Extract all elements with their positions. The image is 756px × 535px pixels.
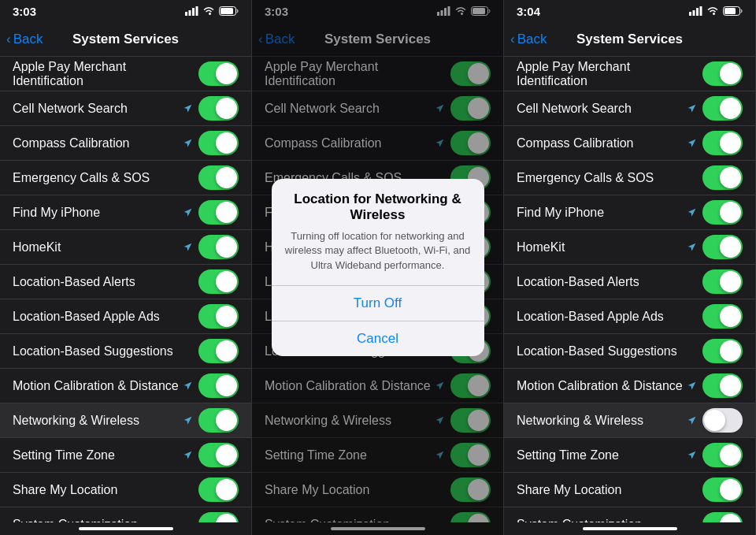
item-label: Setting Time Zone bbox=[13, 448, 181, 463]
list-item[interactable]: Location-Based Suggestions bbox=[0, 334, 251, 369]
svg-rect-15 bbox=[700, 6, 702, 16]
svg-rect-1 bbox=[189, 10, 191, 16]
list-item[interactable]: Networking & Wireless bbox=[504, 403, 755, 438]
svg-rect-0 bbox=[185, 12, 187, 16]
toggle-switch[interactable] bbox=[702, 235, 743, 259]
list-item[interactable]: Find My iPhone bbox=[0, 195, 251, 230]
toggle-switch[interactable] bbox=[198, 443, 239, 467]
item-controls bbox=[685, 373, 743, 398]
turn-off-button[interactable]: Turn Off bbox=[272, 286, 484, 321]
toggle-switch[interactable] bbox=[702, 408, 743, 433]
phone-panel-3: 3:04 ‹ Back System Service bbox=[504, 0, 756, 535]
toggle-switch[interactable] bbox=[198, 61, 239, 86]
toggle-knob bbox=[216, 514, 237, 522]
signal-icon bbox=[185, 6, 198, 16]
list-item[interactable]: Location-Based Alerts bbox=[0, 265, 251, 299]
list-item[interactable]: Find My iPhone bbox=[504, 195, 755, 230]
item-label: Motion Calibration & Distance bbox=[13, 379, 181, 393]
location-arrow-icon bbox=[181, 206, 194, 219]
toggle-switch[interactable] bbox=[702, 443, 743, 467]
item-controls bbox=[198, 339, 239, 363]
toggle-switch[interactable] bbox=[702, 269, 743, 294]
list-item[interactable]: Networking & Wireless bbox=[0, 403, 251, 438]
list-item[interactable]: Cell Network Search bbox=[0, 91, 251, 126]
toggle-switch[interactable] bbox=[198, 304, 239, 329]
location-arrow-icon bbox=[181, 241, 194, 254]
list-item[interactable]: Emergency Calls & SOS bbox=[0, 161, 251, 195]
toggle-knob bbox=[720, 479, 741, 500]
status-icons-3 bbox=[689, 6, 743, 16]
list-item[interactable]: Cell Network Search bbox=[504, 91, 755, 126]
toggle-switch[interactable] bbox=[702, 165, 743, 190]
bottom-bar-1 bbox=[79, 527, 173, 530]
item-label: Compass Calibration bbox=[13, 136, 181, 150]
item-controls bbox=[702, 165, 743, 190]
toggle-switch[interactable] bbox=[198, 339, 239, 363]
list-item[interactable]: HomeKit bbox=[0, 230, 251, 265]
toggle-switch[interactable] bbox=[702, 373, 743, 398]
list-item[interactable]: HomeKit bbox=[504, 230, 755, 265]
item-label: Apple Pay Merchant Identification bbox=[13, 60, 198, 88]
toggle-knob bbox=[216, 306, 237, 327]
list-item[interactable]: Motion Calibration & Distance bbox=[504, 369, 755, 403]
item-controls bbox=[685, 96, 743, 121]
toggle-knob bbox=[720, 271, 741, 292]
toggle-switch[interactable] bbox=[198, 131, 239, 155]
toggle-switch[interactable] bbox=[198, 165, 239, 190]
list-item[interactable]: Setting Time Zone bbox=[504, 438, 755, 473]
item-controls bbox=[198, 269, 239, 294]
battery-icon-3 bbox=[723, 6, 743, 16]
back-button-3[interactable]: ‹ Back bbox=[510, 32, 547, 47]
list-item[interactable]: Location-Based Alerts bbox=[504, 265, 755, 299]
nav-bar-1: ‹ Back System Services bbox=[0, 22, 251, 57]
phone-panel-2: 3:03 ‹ Back System Service bbox=[252, 0, 504, 535]
toggle-switch[interactable] bbox=[198, 96, 239, 121]
list-item[interactable]: System Customization bbox=[0, 507, 251, 522]
toggle-switch[interactable] bbox=[702, 339, 743, 363]
list-item[interactable]: Apple Pay Merchant Identification bbox=[504, 57, 755, 91]
location-arrow-icon bbox=[685, 241, 698, 254]
toggle-switch[interactable] bbox=[198, 408, 239, 433]
location-arrow-icon bbox=[685, 380, 698, 392]
item-label: Setting Time Zone bbox=[517, 448, 685, 463]
list-item[interactable]: Share My Location bbox=[504, 473, 755, 507]
toggle-switch[interactable] bbox=[198, 477, 239, 502]
cancel-button[interactable]: Cancel bbox=[272, 321, 484, 356]
toggle-switch[interactable] bbox=[702, 512, 743, 522]
list-item[interactable]: System Customization bbox=[504, 507, 755, 522]
list-item[interactable]: Setting Time Zone bbox=[0, 438, 251, 473]
list-item[interactable]: Motion Calibration & Distance bbox=[0, 369, 251, 403]
list-item[interactable]: Emergency Calls & SOS bbox=[504, 161, 755, 195]
toggle-switch[interactable] bbox=[198, 512, 239, 522]
location-arrow-icon bbox=[181, 380, 194, 392]
item-label: Emergency Calls & SOS bbox=[13, 171, 198, 185]
toggle-switch[interactable] bbox=[702, 477, 743, 502]
list-item[interactable]: Compass Calibration bbox=[504, 126, 755, 161]
back-button-1[interactable]: ‹ Back bbox=[6, 32, 43, 47]
item-label: Location-Based Alerts bbox=[13, 275, 198, 289]
list-item[interactable]: Compass Calibration bbox=[0, 126, 251, 161]
toggle-switch[interactable] bbox=[198, 200, 239, 225]
signal-icon-3 bbox=[689, 6, 702, 16]
toggle-switch[interactable] bbox=[198, 269, 239, 294]
toggle-switch[interactable] bbox=[198, 373, 239, 398]
toggle-switch[interactable] bbox=[702, 96, 743, 121]
toggle-switch[interactable] bbox=[702, 131, 743, 155]
toggle-knob bbox=[216, 375, 237, 396]
list-item[interactable]: Location-Based Apple Ads bbox=[504, 299, 755, 334]
toggle-knob bbox=[216, 479, 237, 500]
item-controls bbox=[181, 443, 239, 467]
toggle-knob bbox=[720, 98, 741, 119]
toggle-knob bbox=[216, 271, 237, 292]
toggle-switch[interactable] bbox=[702, 61, 743, 86]
list-item[interactable]: Location-Based Apple Ads bbox=[0, 299, 251, 334]
toggle-switch[interactable] bbox=[702, 304, 743, 329]
toggle-switch[interactable] bbox=[702, 200, 743, 225]
status-time-1: 3:03 bbox=[13, 5, 36, 18]
list-item[interactable]: Apple Pay Merchant Identification bbox=[0, 57, 251, 91]
list-item[interactable]: Share My Location bbox=[0, 473, 251, 507]
back-label-1: Back bbox=[13, 32, 43, 47]
nav-title-3: System Services bbox=[576, 32, 683, 47]
list-item[interactable]: Location-Based Suggestions bbox=[504, 334, 755, 369]
toggle-switch[interactable] bbox=[198, 235, 239, 259]
